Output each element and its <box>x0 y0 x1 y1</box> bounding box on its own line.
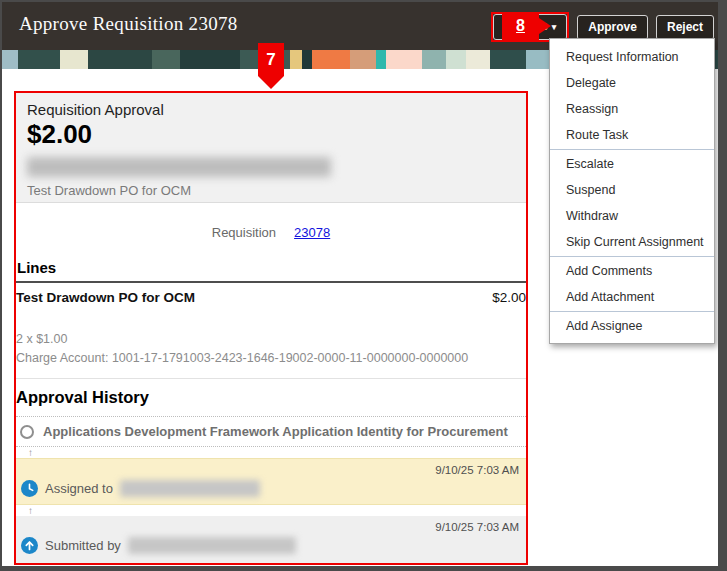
menu-item-route-task[interactable]: Route Task <box>550 122 714 148</box>
requisition-field-label: Requisition <box>212 225 276 240</box>
menu-item-add-attachment[interactable]: Add Attachment <box>550 284 714 310</box>
menu-separator <box>550 311 714 312</box>
reject-button[interactable]: Reject <box>656 15 714 40</box>
approve-button[interactable]: Approve <box>577 15 648 40</box>
summary-amount: $2.00 <box>27 120 515 149</box>
history-event-assigned: 9/10/25 7:03 AM Assigned to <box>16 458 526 505</box>
clock-icon <box>21 480 38 497</box>
menu-item-skip-current-assignment[interactable]: Skip Current Assignment <box>550 229 714 255</box>
menu-item-request-information[interactable]: Request Information <box>550 44 714 70</box>
approval-history-list: Applications Development Framework Appli… <box>16 416 526 565</box>
history-event-pending: Applications Development Framework Appli… <box>16 416 526 447</box>
menu-item-escalate[interactable]: Escalate <box>550 151 714 177</box>
circle-outline-icon <box>20 425 34 439</box>
history-event-label: Applications Development Framework Appli… <box>43 424 508 439</box>
menu-item-add-comments[interactable]: Add Comments <box>550 258 714 284</box>
history-event-label: Submitted by <box>45 538 121 553</box>
menu-item-reassign[interactable]: Reassign <box>550 96 714 122</box>
history-event-timestamp: 9/10/25 7:03 AM <box>16 520 526 534</box>
callout-8: 8 <box>502 12 551 40</box>
line-item-charge-account: Charge Account: 1001-17-1791003-2423-164… <box>16 351 526 366</box>
menu-item-add-assignee[interactable]: Add Assignee <box>550 313 714 339</box>
chevron-down-icon: ▾ <box>552 22 557 32</box>
approval-history-heading: Approval History <box>16 388 526 407</box>
line-item-row: Test Drawdown PO for OCM $2.00 <box>16 290 526 305</box>
menu-item-suspend[interactable]: Suspend <box>550 177 714 203</box>
menu-item-delegate[interactable]: Delegate <box>550 70 714 96</box>
callout-8-label: 8 <box>502 12 539 40</box>
section-divider <box>16 378 526 379</box>
redacted-requester-name <box>27 157 331 177</box>
history-event-timestamp: 9/10/25 7:03 AM <box>16 463 526 477</box>
history-event-submitted: 9/10/25 7:03 AM Submitted by <box>16 516 526 565</box>
arrow-up-circle-icon <box>21 537 38 554</box>
requisition-number-link[interactable]: 23078 <box>294 225 330 240</box>
redacted-submitter-name <box>128 537 296 554</box>
line-item-amount: $2.00 <box>492 290 526 305</box>
line-item-quantity: 2 x $1.00 <box>16 332 526 347</box>
task-window: Approve Requisition 23078 Actions▾ Appro… <box>0 0 727 571</box>
task-detail-panel: Requisition Approval $2.00 Test Drawdown… <box>16 93 526 565</box>
summary-title: Requisition Approval <box>27 101 515 118</box>
actions-dropdown-menu: Request Information Delegate Reassign Ro… <box>549 38 715 344</box>
callout-8-arrow-icon <box>539 18 551 34</box>
menu-separator <box>550 256 714 257</box>
menu-separator <box>550 149 714 150</box>
requisition-summary-card: Requisition Approval $2.00 Test Drawdown… <box>16 93 526 203</box>
lines-heading: Lines <box>16 259 526 283</box>
requisition-field-row: Requisition 23078 <box>16 203 526 245</box>
page-title: Approve Requisition 23078 <box>19 13 238 35</box>
callout-7: 7 <box>258 43 284 76</box>
line-item-name: Test Drawdown PO for OCM <box>16 290 195 305</box>
timeline-up-arrow-icon: ↑ <box>16 447 526 458</box>
summary-description: Test Drawdown PO for OCM <box>27 183 515 198</box>
history-event-line: Submitted by <box>16 537 526 554</box>
history-event-label: Assigned to <box>45 481 113 496</box>
history-event-line: Assigned to <box>16 480 526 497</box>
redacted-assignee-name <box>120 480 260 497</box>
menu-item-withdraw[interactable]: Withdraw <box>550 203 714 229</box>
timeline-up-arrow-icon: ↑ <box>16 505 526 516</box>
